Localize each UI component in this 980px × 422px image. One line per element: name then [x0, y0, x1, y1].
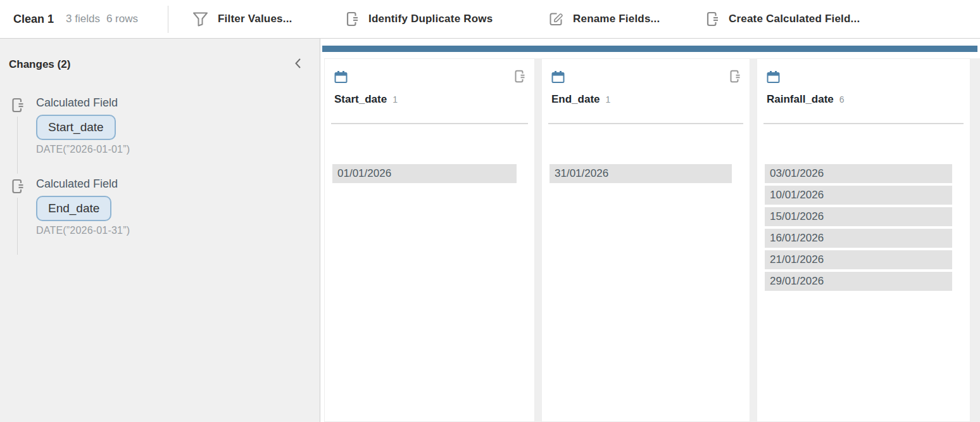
- changes-title: Changes (2): [9, 58, 70, 71]
- value-cell[interactable]: 01/01/2026: [332, 164, 517, 183]
- create-calculated-field-button[interactable]: Create Calculated Field...: [706, 0, 860, 38]
- rename-fields-label: Rename Fields...: [573, 13, 660, 25]
- field-value-count: 1: [393, 94, 398, 105]
- duplicate-rows-icon: [346, 11, 360, 27]
- toolbar-divider: [168, 6, 168, 33]
- value-list: 31/01/2026: [542, 164, 750, 186]
- field-card-end-date[interactable]: End_date 1 31/01/2026: [541, 58, 750, 422]
- change-formula: DATE(”2026-01-01”): [36, 144, 320, 155]
- fields-count: 3 fields: [66, 13, 100, 25]
- changes-list: Calculated Field Start_date DATE(”2026-0…: [0, 96, 320, 238]
- value-list: 03/01/2026 10/01/2026 15/01/2026 16/01/2…: [757, 164, 970, 293]
- card-options-icon: [729, 76, 741, 86]
- step-name: Clean 1: [13, 13, 54, 26]
- value-cell[interactable]: 16/01/2026: [765, 229, 952, 248]
- chevron-left-icon: [293, 56, 303, 72]
- change-connector-line: [17, 198, 18, 255]
- field-name[interactable]: End_date: [551, 93, 600, 106]
- field-pill-start-date[interactable]: Start_date: [36, 115, 116, 140]
- value-cell[interactable]: 21/01/2026: [765, 250, 952, 269]
- identify-duplicate-rows-label: Identify Duplicate Rows: [368, 13, 493, 25]
- collapse-panel-button[interactable]: [293, 56, 303, 72]
- field-card-start-date[interactable]: Start_date 1 01/01/2026: [324, 58, 535, 422]
- field-name[interactable]: Rainfall_date: [767, 93, 834, 106]
- profile-pane: Start_date 1 01/01/2026 End_date 1 31/01…: [321, 39, 980, 422]
- step-info: Clean 1 3 fields 6 rows: [13, 0, 138, 38]
- field-header: End_date 1: [551, 93, 610, 106]
- step-toolbar: Clean 1 3 fields 6 rows Filter Values...…: [0, 0, 980, 39]
- card-options-icon: [514, 76, 526, 86]
- card-separator: [548, 123, 743, 124]
- card-options-button[interactable]: [514, 69, 526, 86]
- card-gap: [535, 58, 541, 422]
- field-header: Start_date 1: [334, 93, 398, 106]
- change-type-label: Calculated Field: [36, 96, 320, 110]
- filter-values-label: Filter Values...: [218, 13, 292, 25]
- field-card-rainfall-date[interactable]: Rainfall_date 6 03/01/2026 10/01/2026 15…: [757, 58, 971, 422]
- value-cell[interactable]: 03/01/2026: [765, 164, 952, 183]
- date-type-icon[interactable]: [767, 70, 780, 86]
- field-header: Rainfall_date 6: [767, 93, 845, 106]
- pane-accent-bar: [322, 46, 977, 52]
- field-pill-end-date[interactable]: End_date: [36, 196, 111, 221]
- identify-duplicate-rows-button[interactable]: Identify Duplicate Rows: [346, 0, 493, 38]
- value-cell[interactable]: 29/01/2026: [765, 272, 952, 291]
- change-item-calculated-field-end-date[interactable]: Calculated Field End_date DATE(”2026-01-…: [11, 177, 320, 238]
- value-list: 01/01/2026: [325, 164, 534, 186]
- change-item-calculated-field-start-date[interactable]: Calculated Field Start_date DATE(”2026-0…: [11, 96, 320, 157]
- card-gap: [971, 58, 980, 422]
- card-gap: [750, 58, 757, 422]
- card-separator: [331, 123, 528, 124]
- card-options-button[interactable]: [729, 69, 741, 86]
- value-cell[interactable]: 10/01/2026: [765, 186, 952, 205]
- changes-panel: Changes (2) Calculated Field Start_date …: [0, 39, 320, 422]
- calculated-field-change-icon: [11, 178, 25, 197]
- value-cell[interactable]: 15/01/2026: [765, 207, 952, 226]
- calculated-field-change-icon: [11, 97, 25, 116]
- changes-panel-header: Changes (2): [0, 39, 320, 72]
- field-name[interactable]: Start_date: [334, 93, 387, 106]
- card-separator: [763, 123, 964, 124]
- filter-values-button[interactable]: Filter Values...: [192, 0, 292, 38]
- filter-icon: [192, 10, 209, 28]
- change-formula: DATE(”2026-01-31”): [36, 225, 320, 236]
- field-value-count: 1: [606, 94, 611, 105]
- rows-count: 6 rows: [106, 13, 138, 25]
- calculated-field-icon: [706, 11, 720, 27]
- date-type-icon[interactable]: [551, 70, 565, 86]
- rename-fields-button[interactable]: Rename Fields...: [548, 0, 660, 38]
- change-type-label: Calculated Field: [36, 177, 320, 191]
- date-type-icon[interactable]: [334, 70, 348, 86]
- change-connector-line: [17, 117, 18, 174]
- value-cell[interactable]: 31/01/2026: [550, 164, 732, 183]
- create-calculated-field-label: Create Calculated Field...: [729, 13, 860, 25]
- field-value-count: 6: [839, 94, 845, 105]
- rename-fields-icon: [548, 11, 564, 27]
